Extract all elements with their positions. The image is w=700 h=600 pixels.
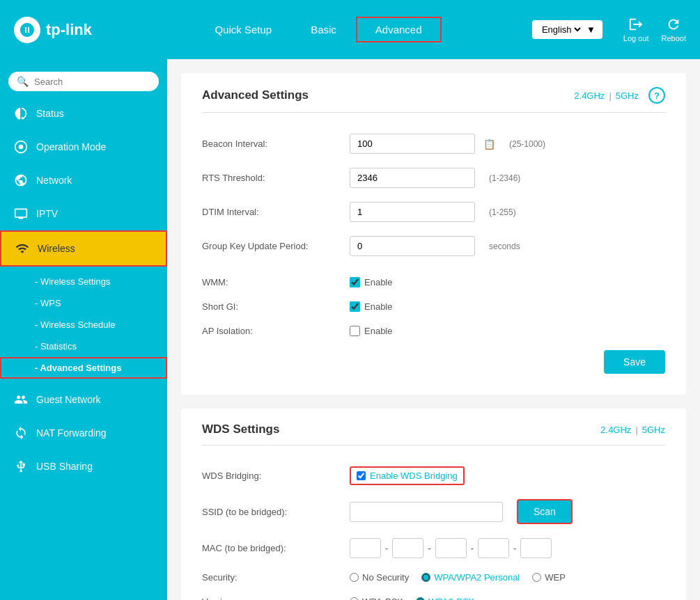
freq-separator: | [609, 90, 611, 101]
nav-advanced[interactable]: Advanced [356, 17, 442, 42]
status-icon [14, 106, 28, 120]
scan-button[interactable]: Scan [517, 499, 573, 524]
security-label: Security: [202, 572, 341, 583]
ssid-input[interactable] [350, 502, 503, 522]
sidebar-sub-wireless-schedule[interactable]: - Wireless Schedule [0, 314, 167, 335]
chevron-down-icon: ▼ [586, 24, 596, 35]
usb-icon [14, 459, 28, 473]
version-wpa-radio[interactable] [350, 597, 359, 600]
sidebar-sub-statistics[interactable]: - Statistics [0, 335, 167, 357]
logo: tp-link [14, 17, 104, 43]
rts-threshold-input[interactable] [350, 168, 475, 188]
dtim-interval-row: DTIM Interval: (1-255) [202, 195, 665, 229]
version-row: Version: WPA-PSK WPA2-PSK [202, 590, 665, 600]
wds-bridging-box: Enable WDS Bridging [350, 466, 465, 485]
advanced-save-button[interactable]: Save [604, 350, 665, 374]
wds-bridging-row: WDS Bridging: Enable WDS Bridging [202, 459, 665, 492]
sidebar-item-nat[interactable]: NAT Forwarding [0, 416, 167, 450]
sidebar-item-network-label: Network [36, 175, 72, 186]
header-actions: Log out Reboot [623, 17, 686, 42]
lang-dropdown[interactable]: English [539, 24, 583, 35]
freq-5g-link[interactable]: 5GHz [616, 90, 639, 101]
mac-input-3[interactable] [435, 538, 467, 558]
sidebar-item-usb[interactable]: USB Sharing [0, 450, 167, 483]
wds-freq-5g-link[interactable]: 5GHz [642, 425, 665, 435]
svg-point-1 [19, 145, 24, 150]
short-gi-checkbox[interactable] [350, 301, 360, 312]
sidebar-item-operation-label: Operation Mode [36, 141, 106, 152]
sidebar-item-operation-mode[interactable]: Operation Mode [0, 130, 167, 164]
sidebar-item-guest-label: Guest Network [36, 394, 101, 405]
sidebar-item-iptv[interactable]: IPTV [0, 197, 167, 230]
mac-row: MAC (to be bridged): - - - - [202, 531, 665, 565]
beacon-interval-row: Beacon Interval: 📋 (25-1000) [202, 127, 665, 161]
security-wep-label[interactable]: WEP [545, 572, 566, 583]
ap-isolation-checkbox[interactable] [350, 326, 360, 336]
wmm-checkbox[interactable] [350, 277, 360, 287]
wireless-submenu: - Wireless Settings - WPS - Wireless Sch… [0, 267, 167, 383]
wds-settings-header: WDS Settings 2.4GHz | 5GHz [202, 423, 665, 445]
search-box[interactable]: 🔍 [8, 72, 159, 91]
nav-quick-setup[interactable]: Quick Setup [195, 17, 291, 42]
sidebar-sub-wps[interactable]: - WPS [0, 292, 167, 314]
sidebar: 🔍 Status Operation Mode Network IPTV Wir… [0, 59, 167, 600]
header: tp-link Quick Setup Basic Advanced Engli… [0, 0, 700, 59]
ssid-label: SSID (to be bridged): [202, 507, 341, 517]
layout: 🔍 Status Operation Mode Network IPTV Wir… [0, 59, 700, 600]
version-wpa-label[interactable]: WPA-PSK [362, 597, 403, 600]
group-key-input[interactable] [350, 236, 475, 256]
security-no-security: No Security [350, 572, 409, 583]
search-input[interactable] [34, 77, 151, 87]
version-wpa2-radio[interactable] [416, 597, 425, 600]
nav-basic[interactable]: Basic [291, 17, 356, 42]
sidebar-sub-wireless-settings[interactable]: - Wireless Settings [0, 271, 167, 292]
short-gi-label: Short GI: [202, 301, 341, 312]
security-row: Security: No Security WPA/WPA2 Personal … [202, 565, 665, 590]
security-none-label[interactable]: No Security [362, 572, 409, 583]
security-wpa-label[interactable]: WPA/WPA2 Personal [434, 572, 520, 583]
search-icon: 🔍 [17, 76, 29, 87]
wds-freq-2g-link[interactable]: 2.4GHz [600, 425, 631, 435]
logo-text: tp-link [46, 21, 92, 39]
group-key-label: Group Key Update Period: [202, 241, 341, 251]
dtim-interval-input[interactable] [350, 202, 475, 222]
operation-icon [14, 140, 28, 154]
mac-input-5[interactable] [520, 538, 552, 558]
iptv-icon [14, 207, 28, 221]
help-icon[interactable]: ? [648, 87, 665, 104]
sidebar-item-network[interactable]: Network [0, 164, 167, 197]
mac-sep-4: - [513, 543, 516, 553]
version-label: Version: [202, 597, 341, 600]
group-key-hint: seconds [489, 242, 520, 251]
security-wep-radio[interactable] [532, 573, 541, 582]
rts-threshold-label: RTS Threshold: [202, 173, 341, 183]
version-wpa2-label[interactable]: WPA2-PSK [428, 597, 474, 600]
ap-isolation-enable-label[interactable]: Enable [364, 326, 392, 336]
logout-button[interactable]: Log out [623, 17, 649, 42]
beacon-interval-label: Beacon Interval: [202, 139, 341, 149]
security-wpa: WPA/WPA2 Personal [421, 572, 520, 583]
sidebar-item-status[interactable]: Status [0, 97, 167, 130]
reboot-label: Reboot [662, 34, 686, 42]
wds-freq-separator: | [635, 425, 637, 435]
freq-2g-link[interactable]: 2.4GHz [574, 90, 605, 101]
wds-bridging-checkbox-label[interactable]: Enable WDS Bridging [370, 471, 458, 481]
mac-input-2[interactable] [392, 538, 423, 558]
beacon-interval-input[interactable] [350, 134, 475, 154]
sidebar-item-guest-network[interactable]: Guest Network [0, 383, 167, 416]
sidebar-sub-advanced-settings[interactable]: - Advanced Settings [0, 357, 167, 379]
wds-bridging-checkbox[interactable] [357, 471, 366, 480]
reboot-button[interactable]: Reboot [662, 17, 686, 42]
sidebar-item-wireless[interactable]: Wireless [0, 230, 167, 267]
mac-input-1[interactable] [350, 538, 381, 558]
short-gi-enable-label[interactable]: Enable [364, 301, 392, 312]
wmm-enable-label[interactable]: Enable [364, 277, 392, 287]
ap-isolation-row: AP Isolation: Enable [202, 319, 665, 343]
mac-input-4[interactable] [478, 538, 509, 558]
lang-select[interactable]: English ▼ [532, 20, 602, 39]
rts-threshold-hint: (1-2346) [489, 173, 520, 183]
sidebar-item-iptv-label: IPTV [36, 208, 58, 219]
security-none-radio[interactable] [350, 573, 359, 582]
sidebar-item-nat-label: NAT Forwarding [36, 427, 107, 439]
security-wpa-radio[interactable] [421, 573, 430, 582]
